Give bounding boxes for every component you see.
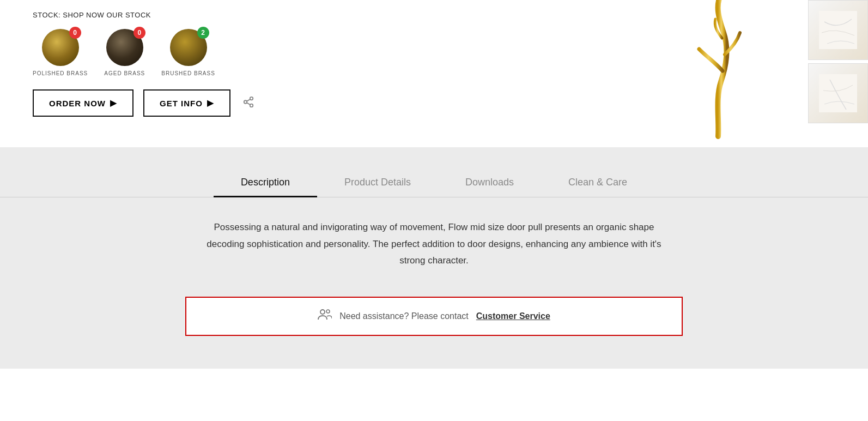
tabs-row: Description Product Details Downloads Cl… — [0, 169, 868, 197]
variant-label-2: AGED BRASS — [104, 70, 145, 76]
variant-aged-brass[interactable]: 0 AGED BRASS — [104, 29, 145, 76]
product-image-main — [677, 0, 759, 142]
footer-bar-text: Need assistance? Please contact — [339, 311, 469, 321]
svg-rect-5 — [819, 11, 857, 49]
tab-description[interactable]: Description — [214, 169, 317, 197]
variant-label-1: POLISHED BRASS — [33, 70, 88, 76]
variant-badge-3: 2 — [197, 27, 209, 39]
variant-brushed-brass[interactable]: 2 BRUSHED BRASS — [161, 29, 215, 76]
customer-service-link[interactable]: Customer Service — [476, 311, 550, 321]
order-now-button[interactable]: ORDER NOW ▶ — [33, 89, 133, 117]
stock-title: STOCK: — [33, 11, 60, 19]
variant-badge-1: 0 — [69, 27, 81, 39]
variant-polished-brass[interactable]: 0 POLISHED BRASS — [33, 29, 88, 76]
svg-point-8 — [326, 310, 330, 313]
tab-downloads[interactable]: Downloads — [438, 169, 541, 197]
footer-assistance-bar: Need assistance? Please contact Customer… — [185, 297, 683, 336]
get-info-label: GET INFO — [160, 99, 203, 108]
get-info-button[interactable]: GET INFO ▶ — [143, 89, 230, 117]
variant-swatch-wrapper-1: 0 — [42, 29, 79, 66]
user-group-icon — [318, 309, 332, 324]
thumb-2[interactable] — [808, 63, 868, 123]
svg-rect-6 — [819, 74, 857, 112]
order-now-label: ORDER NOW — [49, 99, 106, 108]
description-text: Possessing a natural and invigorating wa… — [173, 219, 696, 269]
share-icon[interactable] — [242, 96, 254, 111]
svg-line-3 — [247, 103, 250, 105]
variant-swatch-wrapper-3: 2 — [170, 29, 207, 66]
thumb-1[interactable] — [808, 0, 868, 60]
thumbnail-strip — [808, 0, 868, 123]
svg-line-4 — [247, 99, 250, 101]
tab-clean-care[interactable]: Clean & Care — [541, 169, 654, 197]
order-now-arrow: ▶ — [110, 98, 117, 108]
stock-sublabel: SHOP NOW OUR STOCK — [63, 11, 151, 19]
svg-point-7 — [320, 310, 325, 314]
tab-product-details[interactable]: Product Details — [317, 169, 438, 197]
variant-badge-2: 0 — [133, 27, 145, 39]
page-wrapper: STOCK: SHOP NOW OUR STOCK 0 POLISHED BRA… — [0, 0, 868, 421]
gray-section: Description Product Details Downloads Cl… — [0, 147, 868, 369]
top-panel: STOCK: SHOP NOW OUR STOCK 0 POLISHED BRA… — [0, 0, 868, 147]
variant-label-3: BRUSHED BRASS — [161, 70, 215, 76]
get-info-arrow: ▶ — [207, 98, 214, 108]
variant-swatch-wrapper-2: 0 — [106, 29, 143, 66]
